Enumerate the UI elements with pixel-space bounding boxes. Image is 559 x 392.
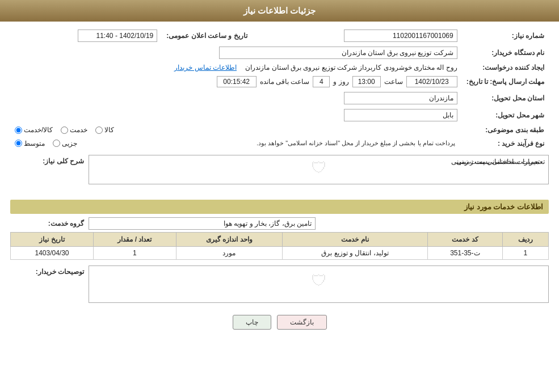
radio-kalaKhedmat[interactable]: کالا/خدمت [15,126,53,134]
eijad-karand-label: ایجاد کننده درخواست: [462,61,549,74]
sharh-koli-textarea[interactable] [89,155,549,184]
ettelaat-link[interactable]: اطلاعات تماس خریدار [174,64,237,71]
radio-khedmat[interactable]: خدمت [61,126,87,134]
mohlat-baqi-value: 00:15:42 [217,76,257,87]
tousifat-label: توصیحات خریدار: [10,265,84,276]
nam-dastgah-label: نام دستگاه خریدار: [462,44,549,61]
group-khedmat-label: گروه خدمت: [10,220,84,227]
col-tedad: تعداد / مقدار [94,233,176,247]
mohlat-saat-value: 13:00 [352,76,381,87]
shahr-tahvil-label: شهر محل تحویل: [462,107,549,124]
mohlat-rooz-value: 4 [313,76,330,87]
shomare-niaz-label: شماره نیاز: [462,27,549,44]
col-nam-khedmat: نام خدمت [282,233,427,247]
mohlat-date-value: 1402/10/23 [406,76,457,87]
col-vahed-andaze: واحد اندازه گیری [176,233,282,247]
ostan-tahvil-input[interactable] [344,92,457,104]
print-button[interactable]: چاپ [233,315,271,330]
header-title: جزئیات اطلاعات نیاز [243,6,316,15]
radio-mottavasset[interactable]: متوسط [15,140,45,147]
table-row: 1ت-35-351تولید، انتقال و توزیع برقمورد11… [11,247,549,260]
page-header: جزئیات اطلاعات نیاز [0,0,559,22]
mohlat-rooz-label: روز و [333,78,348,86]
col-tarikh-niaz: تاریخ نیاز [11,233,94,247]
info-khadamat-header: اطلاعات خدمات مورد نیاز [10,200,549,214]
shomare-niaz-input[interactable] [344,29,457,42]
tousifat-textarea[interactable] [89,265,549,303]
tabaqeh-kalaKhedmat-label: کالا/خدمت [24,126,53,134]
col-kod-khedmat: کد خدمت [428,233,502,247]
mohlat-ersal-label: مهلت ارسال پاسخ: تا تاریخ: [462,74,549,90]
farayand-mottavasset-label: متوسط [24,140,45,147]
noe-farayand-label: نوع فرآیند خرید : [462,136,549,150]
tabaqeh-khedmat-label: خدمت [70,126,87,134]
farayand-jozvi-label: جزیی [62,140,77,147]
tabaqeh-kala-label: کالا [104,126,114,134]
col-radif: ردیف [502,233,548,247]
radio-jozvi[interactable]: جزیی [53,140,77,147]
nam-dastgah-input[interactable] [219,47,457,59]
mohlat-baqi-label: ساعت باقی مانده [260,78,310,86]
farayand-notice: پرداخت تمام یا بخشی از مبلغ خریدار از مح… [83,138,457,148]
tarikh-input[interactable] [78,29,157,42]
ostan-tahvil-label: استان محل تحویل: [462,90,549,107]
mohlat-saat-label: ساعت [384,78,403,86]
tarikh-label: تاریخ و ساعت اعلان عمومی: [162,27,251,44]
eijad-karand-value: روح اله مختاری خوشرودی کاربرداز شرکت توز… [245,64,457,71]
radio-kala[interactable]: کالا [95,126,114,134]
group-khedmat-input[interactable] [89,217,316,230]
shahr-tahvil-input[interactable] [344,109,457,121]
tabaqeh-bandi-label: طبقه بندی موضوعی: [462,124,549,136]
back-button[interactable]: بازگشت [277,315,327,330]
sharh-koli-label: شرح کلی نیاز: [10,155,84,165]
